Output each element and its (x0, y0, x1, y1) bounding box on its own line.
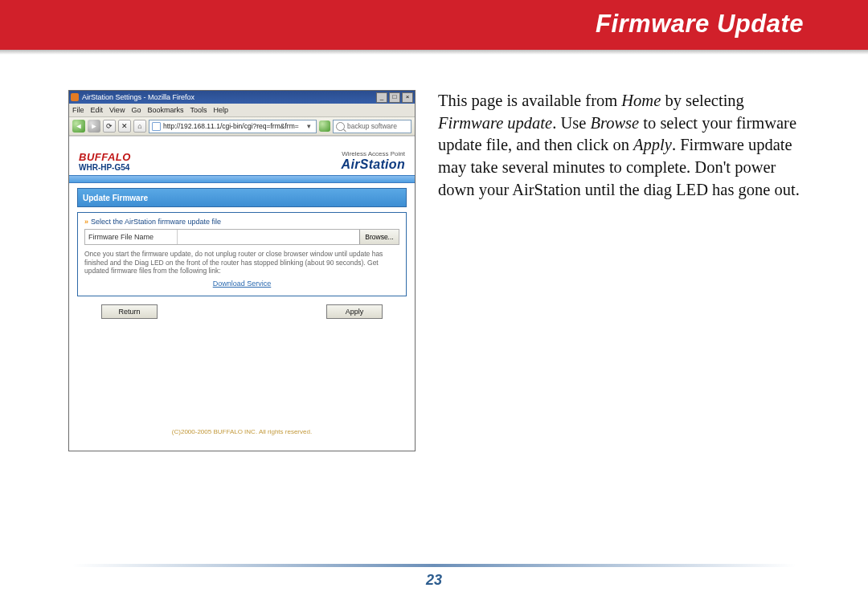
apply-button[interactable]: Apply (326, 304, 383, 319)
window-title: AirStation Settings - Mozilla Firefox (82, 93, 373, 101)
file-row: Firmware File Name Browse... (84, 229, 399, 245)
menu-go[interactable]: Go (131, 106, 141, 114)
home-button[interactable]: ⌂ (133, 120, 146, 133)
address-bar[interactable]: http://192.168.11.1/cgi-bin/cgi?req=frm&… (149, 120, 317, 133)
footer-rule (72, 564, 796, 567)
menu-view[interactable]: View (109, 106, 125, 114)
go-button[interactable] (319, 120, 330, 132)
download-link[interactable]: Download Service (84, 280, 399, 288)
model-label: WHR-HP-G54 (79, 163, 131, 172)
header-shadow (0, 50, 868, 55)
blue-strip (69, 175, 415, 183)
forward-button[interactable]: ► (88, 120, 100, 133)
menu-edit[interactable]: Edit (91, 106, 104, 114)
menu-file[interactable]: File (72, 106, 84, 114)
product-tag: Wireless Access Point (342, 150, 405, 157)
firefox-icon (71, 93, 79, 101)
body-paragraph: This page is available from Home by sele… (438, 90, 804, 201)
close-button[interactable]: × (402, 92, 413, 103)
header-bar: Firmware Update (0, 0, 868, 50)
search-box[interactable]: backup software (333, 120, 411, 133)
copyright: (C)2000-2005 BUFFALO INC. All rights res… (69, 428, 415, 435)
brand-bar: BUFFALO WHR-HP-G54 Wireless Access Point… (69, 137, 415, 175)
file-label: Firmware File Name (85, 233, 177, 241)
panel-note: Once you start the firmware update, do n… (84, 250, 399, 276)
page-icon (152, 122, 161, 131)
url-dropdown-icon[interactable]: ▾ (304, 122, 313, 130)
back-button[interactable]: ◄ (72, 120, 85, 133)
embedded-screenshot: AirStation Settings - Mozilla Firefox _ … (68, 90, 416, 451)
button-row: Return Apply (69, 304, 415, 319)
search-icon (336, 122, 345, 131)
minimize-button[interactable]: _ (376, 92, 387, 103)
file-input[interactable] (177, 230, 359, 244)
maximize-button[interactable]: □ (389, 92, 400, 103)
menu-tools[interactable]: Tools (190, 106, 207, 114)
section-title: Update Firmware (77, 188, 407, 207)
footer: 23 (0, 564, 868, 589)
page-number: 23 (0, 572, 868, 589)
reload-button[interactable]: ⟳ (103, 120, 116, 133)
page-title: Firmware Update (596, 10, 804, 39)
firmware-panel: »Select the AirStation firmware update f… (77, 212, 407, 296)
menu-bookmarks[interactable]: Bookmarks (147, 106, 183, 114)
buffalo-logo: BUFFALO (79, 151, 131, 163)
menu-help[interactable]: Help (213, 106, 228, 114)
panel-hint: »Select the AirStation firmware update f… (84, 218, 399, 226)
browser-content: BUFFALO WHR-HP-G54 Wireless Access Point… (69, 136, 415, 451)
window-titlebar: AirStation Settings - Mozilla Firefox _ … (69, 91, 415, 104)
url-text: http://192.168.11.1/cgi-bin/cgi?req=frm&… (163, 122, 304, 130)
airstation-logo: AirStation (342, 157, 405, 172)
nav-toolbar: ◄ ► ⟳ ✕ ⌂ http://192.168.11.1/cgi-bin/cg… (69, 117, 415, 136)
search-text: backup software (347, 122, 397, 130)
stop-button[interactable]: ✕ (118, 120, 131, 133)
browse-button[interactable]: Browse... (359, 230, 399, 244)
return-button[interactable]: Return (101, 304, 158, 319)
menu-bar: File Edit View Go Bookmarks Tools Help (69, 104, 415, 117)
